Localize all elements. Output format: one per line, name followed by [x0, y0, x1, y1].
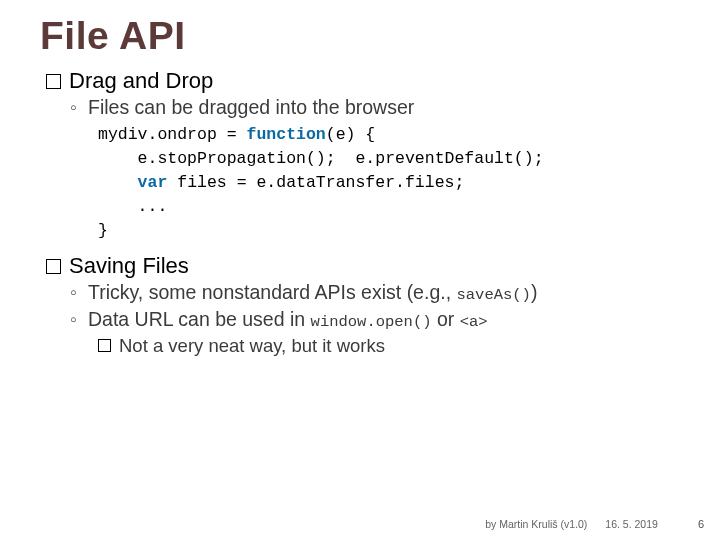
- bullet-data-url: ◦Data URL can be used in window.open() o…: [70, 308, 686, 331]
- code-keyword-function: function: [247, 125, 326, 144]
- bullet-box-icon: [46, 74, 61, 89]
- code-line-2: e.stopPropagation(); e.preventDefault();: [98, 149, 544, 168]
- bullet-text-a: Tricky, some nonstandard APIs exist (e.g…: [88, 281, 456, 303]
- code-line-3b: files = e.dataTransfer.files;: [167, 173, 464, 192]
- heading-text: Saving Files: [69, 253, 189, 278]
- footer: by Martin Kruliš (v1.0) 16. 5. 2019 6: [485, 518, 704, 530]
- footer-date: 16. 5. 2019: [605, 518, 658, 530]
- heading-text: Drag and Drop: [69, 68, 213, 93]
- chevron-icon: ◦: [70, 96, 82, 119]
- code-line-4: ...: [98, 197, 167, 216]
- section-drag-and-drop: Drag and Drop: [46, 68, 686, 94]
- inline-code-anchor: <a>: [460, 313, 488, 331]
- bullet-text-a: Data URL can be used in: [88, 308, 311, 330]
- bullet-text-b: ): [531, 281, 538, 303]
- footer-author: by Martin Kruliš (v1.0): [485, 518, 587, 530]
- bullet-box-icon: [98, 339, 111, 352]
- bullet-files-dragged: ◦Files can be dragged into the browser: [70, 96, 686, 119]
- sub-bullet-text: Not a very neat way, but it works: [119, 335, 385, 356]
- slide: File API Drag and Drop ◦Files can be dra…: [0, 0, 720, 540]
- code-line-3a: [98, 173, 138, 192]
- inline-code-saveas: saveAs(): [456, 286, 530, 304]
- chevron-icon: ◦: [70, 281, 82, 304]
- page-number: 6: [698, 518, 704, 530]
- section-saving-files: Saving Files: [46, 253, 686, 279]
- code-line-1b: (e) {: [326, 125, 376, 144]
- bullet-text-b: or: [432, 308, 460, 330]
- bullet-box-icon: [46, 259, 61, 274]
- inline-code-windowopen: window.open(): [311, 313, 432, 331]
- code-line-1a: mydiv.ondrop =: [98, 125, 247, 144]
- chevron-icon: ◦: [70, 308, 82, 331]
- code-block-ondrop: mydiv.ondrop = function(e) { e.stopPropa…: [98, 123, 686, 243]
- bullet-tricky-saveas: ◦Tricky, some nonstandard APIs exist (e.…: [70, 281, 686, 304]
- code-line-5: }: [98, 221, 108, 240]
- page-title: File API: [40, 14, 686, 58]
- sub-bullet-not-neat: Not a very neat way, but it works: [98, 335, 686, 357]
- bullet-text: Files can be dragged into the browser: [88, 96, 414, 118]
- code-keyword-var: var: [138, 173, 168, 192]
